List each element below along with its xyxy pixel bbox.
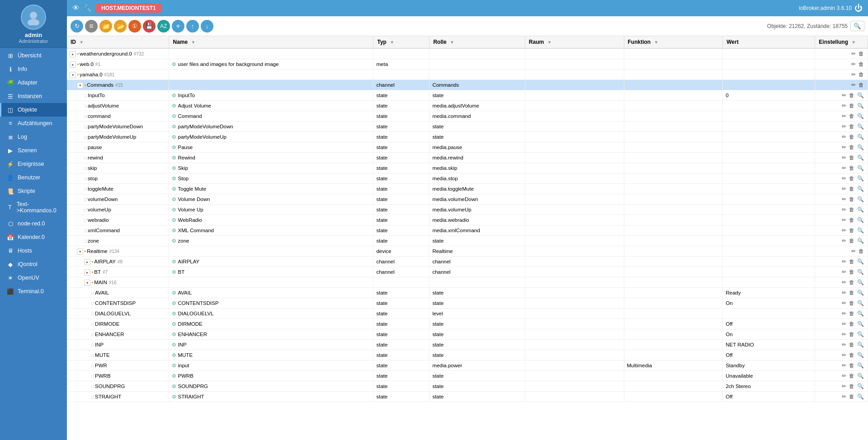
delete-button[interactable]: 🗑	[848, 133, 855, 140]
zoom-button[interactable]: 🔍	[856, 227, 865, 234]
zoom-button[interactable]: 🔍	[856, 289, 865, 296]
col-id-header[interactable]: ID ▼	[67, 36, 169, 48]
cell-id[interactable]: □volumeUp	[67, 205, 169, 215]
delete-button[interactable]: 🗑	[858, 81, 865, 89]
host-badge[interactable]: HOST.MEDIONTEST1	[96, 4, 161, 13]
zoom-button[interactable]: 🔍	[856, 154, 865, 161]
cell-id[interactable]: ▸▪BT#7	[67, 267, 169, 277]
sidebar-item-instanzen[interactable]: ☰ Instanzen	[0, 89, 67, 103]
upload-button[interactable]: ↑	[186, 20, 199, 33]
delete-button[interactable]: 🗑	[848, 383, 855, 390]
cell-id[interactable]: □pause	[67, 142, 169, 153]
zoom-button[interactable]: 🔍	[856, 351, 865, 359]
col-rolle-header[interactable]: Rolle ▼	[429, 36, 525, 48]
edit-button[interactable]: ✏	[850, 61, 857, 68]
zoom-button[interactable]: 🔍	[856, 237, 865, 244]
sidebar-item-iqontrol[interactable]: ◆ iQontrol	[0, 257, 67, 271]
edit-button[interactable]: ✏	[841, 341, 847, 348]
edit-button[interactable]: ✏	[841, 268, 847, 276]
edit-button[interactable]: ✏	[850, 81, 857, 89]
edit-button[interactable]: ✏	[841, 123, 847, 130]
delete-button[interactable]: 🗑	[848, 102, 855, 109]
edit-button[interactable]: ✏	[841, 258, 847, 265]
edit-button[interactable]: ✏	[841, 206, 847, 213]
edit-button[interactable]: ✏	[841, 331, 847, 338]
zoom-button[interactable]: 🔍	[856, 133, 865, 140]
delete-button[interactable]: 🗑	[848, 289, 855, 296]
sidebar-item-aufzaehlungen[interactable]: ≡ Aufzählungen	[0, 117, 67, 130]
col-funktion-header[interactable]: Funktion ▼	[624, 36, 723, 48]
sidebar-item-kalender[interactable]: 📅 Kalender.0	[0, 230, 67, 244]
delete-button[interactable]: 🗑	[848, 92, 855, 99]
add-button[interactable]: +	[172, 20, 184, 33]
expand-btn[interactable]: ▸	[70, 51, 76, 57]
cell-id[interactable]: □MUTE	[67, 350, 169, 360]
cell-id[interactable]: ▸▪AIRPLAY#8	[67, 257, 169, 267]
delete-button[interactable]: 🗑	[848, 300, 855, 307]
edit-button[interactable]: ✏	[850, 71, 857, 78]
edit-button[interactable]: ✏	[841, 237, 847, 244]
edit-button[interactable]: ✏	[841, 300, 847, 307]
delete-button[interactable]: 🗑	[848, 362, 855, 369]
zoom-button[interactable]: 🔍	[856, 393, 865, 400]
edit-button[interactable]: ✏	[841, 154, 847, 161]
expand-btn[interactable]: ▾	[84, 280, 90, 286]
delete-button[interactable]: 🗑	[848, 320, 855, 328]
edit-button[interactable]: ✏	[841, 227, 847, 234]
expand-btn[interactable]: ▸	[70, 61, 76, 68]
zoom-button[interactable]: 🔍	[856, 341, 865, 348]
delete-button[interactable]: 🗑	[848, 393, 855, 400]
refresh-button[interactable]: ↻	[71, 20, 83, 33]
folder-open-button[interactable]: 📂	[114, 20, 127, 33]
sidebar-item-ereignisse[interactable]: ⚡ Ereignisse	[0, 157, 67, 171]
zoom-button[interactable]: 🔍	[856, 196, 865, 203]
edit-button[interactable]: ✏	[841, 393, 847, 400]
sidebar-item-skripte[interactable]: 📜 Skripte	[0, 184, 67, 198]
delete-button[interactable]: 🗑	[848, 341, 855, 348]
delete-button[interactable]: 🗑	[848, 331, 855, 338]
cell-id[interactable]: □volumeDown	[67, 194, 169, 205]
delete-button[interactable]: 🗑	[848, 258, 855, 265]
delete-button[interactable]: 🗑	[848, 372, 855, 379]
zoom-button[interactable]: 🔍	[856, 185, 865, 192]
expand-btn[interactable]: ▸	[84, 259, 90, 265]
zoom-button[interactable]: 🔍	[856, 92, 865, 99]
delete-button[interactable]: 🗑	[848, 185, 855, 192]
zoom-button[interactable]: 🔍	[856, 268, 865, 276]
edit-button[interactable]: ✏	[841, 372, 847, 379]
edit-button[interactable]: ✏	[841, 185, 847, 192]
sidebar-item-hosts[interactable]: 🖥 Hosts	[0, 244, 67, 257]
edit-button[interactable]: ✏	[841, 102, 847, 109]
delete-button[interactable]: 🗑	[848, 237, 855, 244]
cell-id[interactable]: □stop	[67, 173, 169, 184]
zoom-button[interactable]: 🔍	[856, 123, 865, 130]
sidebar-item-benutzer[interactable]: 👤 Benutzer	[0, 171, 67, 184]
cell-id[interactable]: □ENHANCER	[67, 329, 169, 340]
edit-button[interactable]: ✏	[841, 383, 847, 390]
badge-button[interactable]: ①	[128, 20, 141, 33]
power-icon[interactable]: ⏻	[854, 4, 863, 13]
edit-button[interactable]: ✏	[841, 144, 847, 151]
cell-id[interactable]: □toggleMute	[67, 184, 169, 194]
sidebar-item-info[interactable]: ℹ Info	[0, 62, 67, 76]
sidebar-item-szenen[interactable]: ▶ Szenen	[0, 144, 67, 157]
delete-button[interactable]: 🗑	[848, 175, 855, 182]
sidebar-item-terminal[interactable]: ⬛ Terminal.0	[0, 285, 67, 298]
edit-button[interactable]: ✏	[841, 92, 847, 99]
edit-button[interactable]: ✏	[841, 164, 847, 172]
zoom-button[interactable]: 🔍	[856, 258, 865, 265]
zoom-button[interactable]: 🔍	[856, 320, 865, 328]
edit-button[interactable]: ✏	[841, 133, 847, 140]
download-button[interactable]: ↓	[201, 20, 213, 33]
delete-button[interactable]: 🗑	[848, 268, 855, 276]
sidebar-item-openuv[interactable]: ☀ OpenUV	[0, 271, 67, 285]
zoom-button[interactable]: 🔍	[856, 310, 865, 317]
delete-button[interactable]: 🗑	[848, 112, 855, 120]
cell-id[interactable]: □partyModeVolumeUp	[67, 132, 169, 142]
sidebar-item-text-kommandos[interactable]: T Text->Kommandos.0	[0, 198, 67, 217]
delete-button[interactable]: 🗑	[848, 154, 855, 161]
edit-button[interactable]: ✏	[841, 351, 847, 359]
delete-button[interactable]: 🗑	[848, 144, 855, 151]
edit-button[interactable]: ✏	[841, 362, 847, 369]
zoom-button[interactable]: 🔍	[856, 383, 865, 390]
